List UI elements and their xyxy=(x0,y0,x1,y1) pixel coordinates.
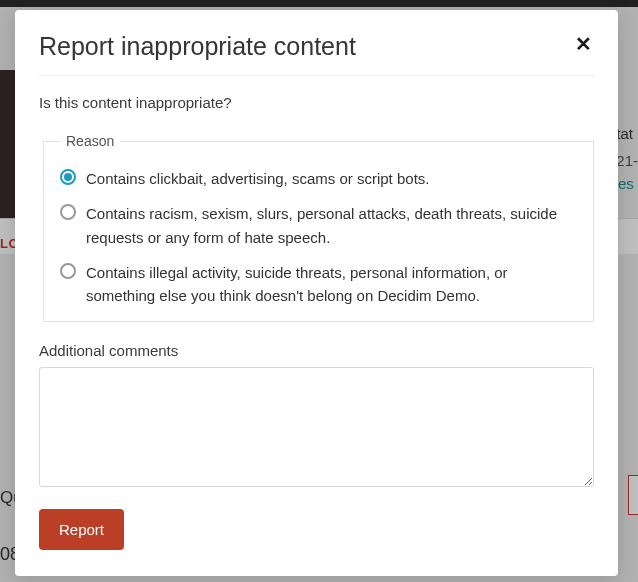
radio-icon xyxy=(60,263,76,279)
radio-icon xyxy=(60,169,76,185)
close-button[interactable]: ✕ xyxy=(573,32,594,56)
reason-option[interactable]: Contains illegal activity, suicide threa… xyxy=(60,261,577,308)
reason-label: Contains clickbait, advertising, scams o… xyxy=(86,167,429,190)
reason-label: Contains illegal activity, suicide threa… xyxy=(86,261,577,308)
report-modal: Report inappropriate content ✕ Is this c… xyxy=(15,10,618,576)
comments-textarea[interactable] xyxy=(39,367,594,487)
modal-question: Is this content inappropriate? xyxy=(39,94,594,111)
reason-legend: Reason xyxy=(60,133,120,149)
reason-label: Contains racism, sexism, slurs, personal… xyxy=(86,202,577,249)
reason-option[interactable]: Contains racism, sexism, slurs, personal… xyxy=(60,202,577,249)
reason-fieldset: Reason Contains clickbait, advertising, … xyxy=(43,133,594,322)
close-icon: ✕ xyxy=(575,33,592,55)
radio-icon xyxy=(60,204,76,220)
report-button[interactable]: Report xyxy=(39,509,124,550)
modal-title: Report inappropriate content xyxy=(39,32,356,61)
comments-label: Additional comments xyxy=(39,342,594,359)
modal-header: Report inappropriate content ✕ xyxy=(39,32,594,76)
reason-option[interactable]: Contains clickbait, advertising, scams o… xyxy=(60,167,577,190)
